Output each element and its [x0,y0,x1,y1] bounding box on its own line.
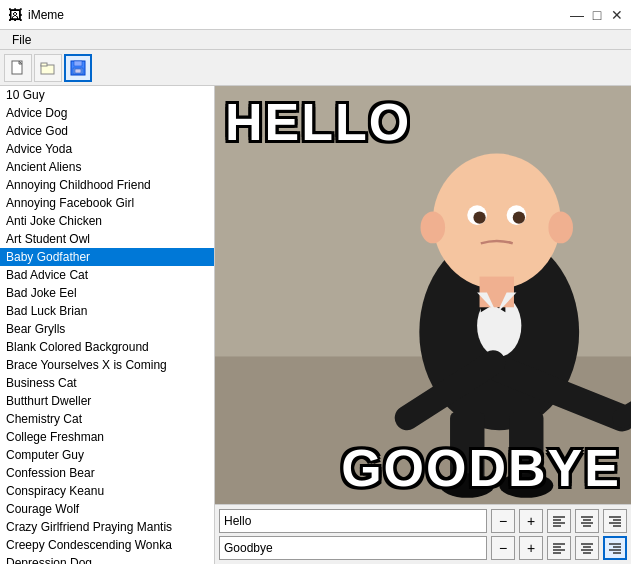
list-item[interactable]: Annoying Childhood Friend [0,176,214,194]
top-align-center[interactable] [575,509,599,533]
app-title: iMeme [28,8,64,22]
svg-point-14 [433,154,561,289]
bottom-align-center[interactable] [575,536,599,560]
list-item[interactable]: Conspiracy Keanu [0,482,214,500]
open-icon [40,60,56,76]
list-item[interactable]: Courage Wolf [0,500,214,518]
top-size-increase[interactable]: + [519,509,543,533]
list-item[interactable]: Anti Joke Chicken [0,212,214,230]
top-size-decrease[interactable]: − [491,509,515,533]
list-item[interactable]: Creepy Condescending Wonka [0,536,214,554]
list-item[interactable]: Bear Grylls [0,320,214,338]
list-item[interactable]: Chemistry Cat [0,410,214,428]
list-item[interactable]: Brace Yourselves X is Coming [0,356,214,374]
top-text-input[interactable] [219,509,487,533]
new-icon [10,60,26,76]
open-button[interactable] [34,54,62,82]
close-button[interactable]: ✕ [611,9,623,21]
bottom-text-input[interactable] [219,536,487,560]
meme-canvas: HELLO GOODBYE [215,86,631,504]
svg-point-20 [548,211,573,243]
list-item[interactable]: Advice Yoda [0,140,214,158]
svg-rect-29 [480,277,514,308]
list-item[interactable]: Bad Joke Eel [0,284,214,302]
svg-rect-7 [75,69,81,73]
list-item[interactable]: 10 Guy [0,86,214,104]
list-item[interactable]: Ancient Aliens [0,158,214,176]
bottom-size-increase[interactable]: + [519,536,543,560]
app-icon: 🖼 [8,7,22,23]
menu-bar: File [0,30,631,50]
menu-file[interactable]: File [4,31,39,49]
list-item[interactable]: Advice Dog [0,104,214,122]
bottom-align-left[interactable] [547,536,571,560]
save-button[interactable] [64,54,92,82]
new-button[interactable] [4,54,32,82]
right-panel: HELLO GOODBYE − + [215,86,631,564]
svg-rect-3 [41,63,47,66]
bottom-align-right[interactable] [603,536,627,560]
top-align-left[interactable] [547,509,571,533]
list-item[interactable]: Blank Colored Background [0,338,214,356]
bottom-controls: − + − + [215,504,631,564]
list-item[interactable]: Confession Bear [0,464,214,482]
list-item[interactable]: Annoying Facebook Girl [0,194,214,212]
list-item[interactable]: Computer Guy [0,446,214,464]
minimize-button[interactable]: — [571,9,583,21]
list-item[interactable]: Business Cat [0,374,214,392]
list-item[interactable]: Butthurt Dweller [0,392,214,410]
title-bar: 🖼 iMeme — □ ✕ [0,0,631,30]
toolbar [0,50,631,86]
svg-point-18 [513,211,525,223]
list-panel: 10 GuyAdvice DogAdvice GodAdvice YodaAnc… [0,86,215,564]
list-item[interactable]: Baby Godfather [0,248,214,266]
main-content: 10 GuyAdvice DogAdvice GodAdvice YodaAnc… [0,86,631,564]
meme-bottom-text: GOODBYE [341,442,621,494]
bottom-size-decrease[interactable]: − [491,536,515,560]
maximize-button[interactable]: □ [591,9,603,21]
bottom-text-row: − + [219,536,627,560]
list-item[interactable]: Advice God [0,122,214,140]
list-item[interactable]: Art Student Owl [0,230,214,248]
svg-point-17 [473,211,485,223]
meme-display: HELLO GOODBYE [215,86,631,504]
svg-rect-5 [74,61,82,66]
list-item[interactable]: Depression Dog [0,554,214,564]
list-item[interactable]: Bad Advice Cat [0,266,214,284]
meme-list[interactable]: 10 GuyAdvice DogAdvice GodAdvice YodaAnc… [0,86,214,564]
svg-point-19 [421,211,446,243]
list-item[interactable]: Bad Luck Brian [0,302,214,320]
meme-top-text: HELLO [225,96,411,148]
top-align-right[interactable] [603,509,627,533]
list-item[interactable]: Crazy Girlfriend Praying Mantis [0,518,214,536]
top-text-row: − + [219,509,627,533]
save-icon [70,60,86,76]
list-item[interactable]: College Freshman [0,428,214,446]
